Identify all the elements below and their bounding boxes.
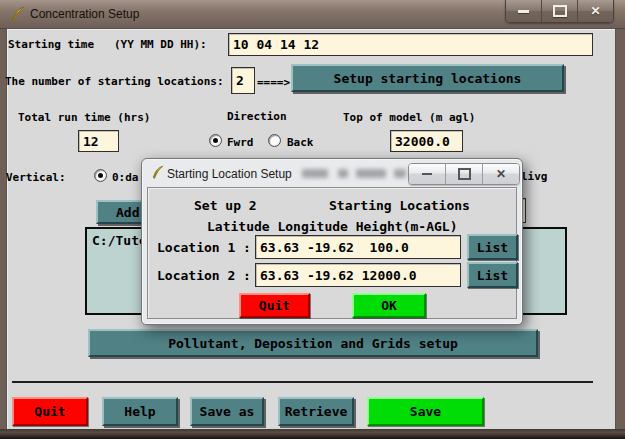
dialog-title: Starting Location Setup	[167, 167, 292, 181]
dialog-quit-button[interactable]: Quit	[239, 293, 310, 318]
vertical-option-fragment-right[interactable]: livg	[521, 170, 548, 183]
dialog-minimize-button[interactable]	[409, 164, 446, 184]
maximize-button[interactable]	[542, 0, 578, 22]
setup-starting-locations-button[interactable]: Setup starting locations	[291, 64, 564, 92]
file-list-item[interactable]: C:/Tuto	[92, 233, 147, 248]
vertical-option-fragment-left[interactable]: 0:da	[112, 171, 139, 184]
retrieve-button[interactable]: Retrieve	[278, 397, 354, 426]
dialog-titlebar[interactable]: Starting Location Setup ✕	[142, 159, 522, 187]
run-time-label: Total run time (hrs)	[18, 111, 150, 124]
vertical-radio[interactable]	[94, 169, 107, 182]
maximize-icon	[553, 5, 567, 17]
close-icon: ✕	[496, 167, 506, 181]
glass-blur-artifact	[338, 169, 348, 178]
glass-blur-artifact	[394, 169, 406, 178]
arrow-label: ====>	[257, 76, 290, 89]
starting-location-dialog: Starting Location Setup ✕ Set up 2 Start…	[141, 158, 523, 325]
top-of-model-input[interactable]: 32000.0	[390, 130, 463, 152]
main-titlebar[interactable]: Concentration Setup ✕	[0, 0, 625, 29]
run-time-input[interactable]: 12	[78, 130, 119, 152]
location-1-list-button[interactable]: List	[467, 234, 518, 260]
direction-label: Direction	[227, 110, 287, 123]
save-button[interactable]: Save	[367, 397, 484, 426]
location-2-input[interactable]: 63.63 -19.62 12000.0	[255, 263, 461, 287]
num-locations-input[interactable]: 2	[231, 67, 255, 94]
dialog-feather-icon	[151, 165, 164, 180]
close-button[interactable]: ✕	[578, 0, 613, 22]
vertical-label: Vertical:	[6, 171, 66, 184]
location-1-label: Location 1 :	[157, 240, 251, 255]
starting-time-input[interactable]: 10 04 14 12	[228, 33, 593, 56]
dialog-close-button[interactable]: ✕	[483, 164, 519, 184]
location-2-list-button[interactable]: List	[467, 262, 518, 288]
direction-fwrd-radio[interactable]	[209, 134, 222, 147]
app-feather-icon	[10, 6, 25, 23]
dialog-ok-button[interactable]: OK	[352, 293, 426, 318]
location-1-input[interactable]: 63.63 -19.62 100.0	[255, 235, 461, 259]
dialog-caption-buttons: ✕	[408, 163, 520, 185]
dialog-content: Set up 2 Starting Locations Latitude Lon…	[147, 187, 517, 319]
window-bottom-border	[0, 429, 625, 439]
help-button[interactable]: Help	[102, 397, 178, 426]
minimize-button[interactable]	[506, 0, 542, 22]
setup-count-heading: Set up 2	[194, 198, 257, 213]
top-of-model-label: Top of model (m agl)	[343, 111, 475, 124]
screen: Concentration Setup ✕ Starting time (YY …	[0, 0, 625, 439]
location-2-label: Location 2 :	[157, 268, 251, 283]
save-as-button[interactable]: Save as	[190, 397, 264, 426]
locations-heading: Starting Locations	[329, 198, 470, 213]
columns-heading: Latitude Longitude Height(m-AGL)	[207, 219, 457, 234]
minimize-icon	[422, 173, 432, 175]
num-locations-label: The number of starting locations:	[5, 75, 224, 88]
maximize-icon	[458, 168, 471, 180]
quit-button[interactable]: Quit	[12, 397, 88, 426]
starting-time-label: Starting time (YY MM DD HH):	[8, 38, 207, 51]
main-caption-buttons: ✕	[505, 0, 614, 23]
minimize-icon	[518, 10, 529, 13]
direction-back-label[interactable]: Back	[287, 136, 314, 149]
close-icon: ✕	[590, 4, 600, 18]
direction-back-radio[interactable]	[268, 134, 281, 147]
glass-blur-artifact	[356, 169, 386, 178]
glass-blur-artifact	[302, 169, 328, 178]
pollutant-setup-button[interactable]: Pollutant, Deposition and Grids setup	[88, 329, 538, 357]
footer-separator	[12, 381, 593, 383]
main-window-title: Concentration Setup	[30, 7, 139, 21]
dialog-maximize-button[interactable]	[446, 164, 483, 184]
direction-fwrd-label[interactable]: Fwrd	[227, 136, 254, 149]
